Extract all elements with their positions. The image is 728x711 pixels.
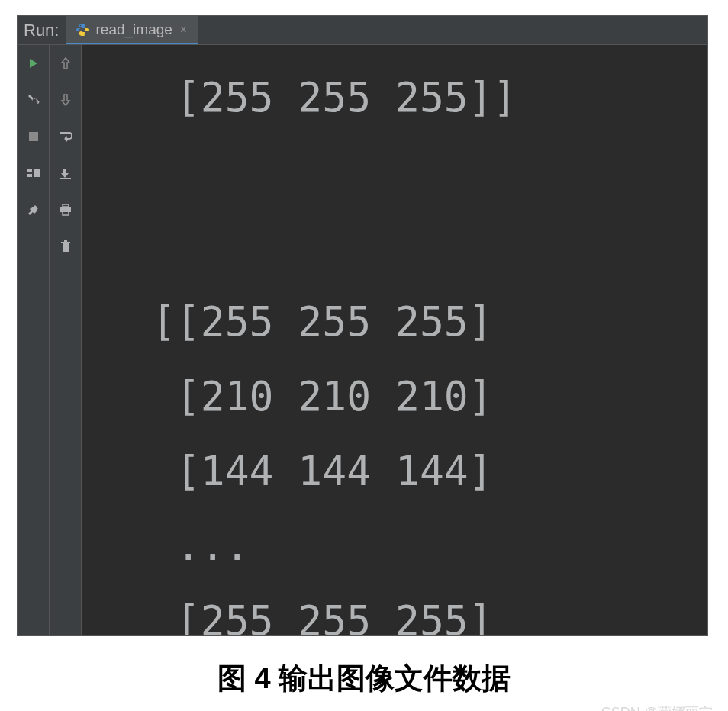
layout-button[interactable] (18, 155, 50, 191)
output-line-7: [255 255 255] (127, 597, 493, 635)
svg-point-0 (80, 24, 82, 26)
output-line-4: [210 210 210] (127, 373, 493, 420)
tab-bar: Run: read_image × (18, 16, 707, 45)
arrow-down-icon[interactable] (50, 82, 82, 118)
arrow-up-icon[interactable] (50, 45, 82, 82)
close-tab-icon[interactable]: × (179, 23, 188, 37)
pin-button[interactable] (18, 191, 50, 228)
tab-label: read_image (95, 21, 172, 38)
wrench-icon[interactable] (18, 82, 50, 118)
figure-caption: 图 4 输出图像文件数据 (0, 659, 728, 698)
svg-rect-5 (34, 169, 40, 177)
output-line-6: ... (127, 523, 250, 569)
toolbar-secondary (50, 45, 82, 635)
svg-rect-12 (64, 240, 67, 242)
svg-rect-10 (63, 243, 69, 252)
output-line-3: [[255 255 255] (127, 298, 493, 345)
svg-point-1 (84, 33, 85, 34)
output-line-5: [144 144 144] (127, 448, 493, 494)
output-line-0: [255 255 255]] (127, 74, 517, 121)
toolbar-primary (18, 45, 50, 635)
svg-rect-8 (60, 207, 71, 212)
python-file-icon (76, 23, 89, 37)
soft-wrap-icon[interactable] (50, 118, 82, 155)
stop-button[interactable] (18, 118, 50, 155)
run-panel-label: Run: (18, 21, 66, 40)
svg-rect-7 (63, 204, 69, 207)
watermark: CSDN @蒙娜丽宁 (601, 703, 713, 711)
svg-rect-6 (60, 178, 71, 179)
console-output[interactable]: [255 255 255]] [[255 255 255] [210 210 2… (82, 45, 707, 635)
trash-icon[interactable] (50, 228, 82, 265)
print-icon[interactable] (50, 191, 82, 228)
run-button[interactable] (18, 45, 50, 82)
ide-run-panel: Run: read_image × (17, 15, 708, 636)
run-tab[interactable]: read_image × (66, 16, 198, 44)
svg-rect-3 (27, 169, 32, 172)
scroll-to-end-icon[interactable] (50, 155, 82, 191)
svg-rect-2 (29, 132, 38, 141)
svg-rect-11 (61, 242, 70, 243)
svg-rect-4 (27, 174, 32, 177)
content-area: [255 255 255]] [[255 255 255] [210 210 2… (18, 45, 707, 635)
